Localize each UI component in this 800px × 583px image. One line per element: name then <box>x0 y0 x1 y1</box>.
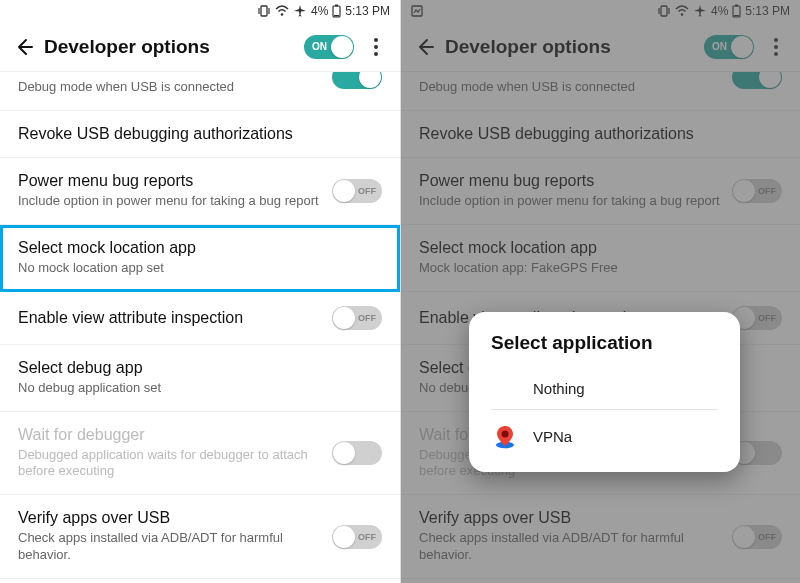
row-subtitle: Include option in power menu for taking … <box>419 193 732 210</box>
row-power-bug-reports[interactable]: Power menu bug reports Include option in… <box>401 158 800 225</box>
verify-apps-toggle[interactable]: OFF <box>332 525 382 549</box>
airplane-icon <box>693 5 707 17</box>
back-arrow-icon <box>14 37 34 57</box>
row-title: Select debug app <box>18 359 382 377</box>
row-subtitle: Debugged application waits for debugger … <box>18 447 332 481</box>
svg-rect-14 <box>734 15 739 17</box>
row-subtitle: No debug application set <box>18 380 382 397</box>
power-bug-toggle[interactable]: OFF <box>732 179 782 203</box>
toggle-knob <box>331 36 353 58</box>
svg-point-3 <box>281 13 284 16</box>
row-title <box>419 72 732 76</box>
battery-icon <box>332 4 341 18</box>
power-bug-toggle[interactable]: OFF <box>332 179 382 203</box>
row-subtitle: Check apps installed via ADB/ADT for har… <box>419 530 732 564</box>
page-title: Developer options <box>445 36 704 58</box>
row-title: Revoke USB debugging authorizations <box>18 125 382 143</box>
row-mock-location[interactable]: Select mock location app No mock locatio… <box>0 225 400 292</box>
battery-pct: 4% <box>711 4 728 18</box>
svg-rect-5 <box>335 5 338 7</box>
dialog-title: Select application <box>469 332 740 368</box>
row-title: Verify apps over USB <box>419 509 732 527</box>
header-bar: Developer options ON <box>401 22 800 72</box>
row-view-attr-inspection[interactable]: Enable view attribute inspection OFF <box>0 292 400 345</box>
overflow-menu-button[interactable] <box>360 31 392 63</box>
back-button[interactable] <box>409 31 441 63</box>
row-title: Power menu bug reports <box>18 172 332 190</box>
svg-point-16 <box>502 431 509 438</box>
row-subtitle: Mock location app: FakeGPS Free <box>419 260 782 277</box>
row-subtitle: Debug mode when USB is connected <box>18 79 332 96</box>
svg-rect-13 <box>735 5 738 7</box>
row-logger-buffer[interactable]: Logger buffer sizes 256K per log buffer <box>401 579 800 583</box>
screenshot-icon <box>411 5 423 17</box>
vibrate-icon <box>657 5 671 17</box>
option-label: Nothing <box>533 380 585 397</box>
overflow-menu-button[interactable] <box>760 31 792 63</box>
svg-rect-0 <box>261 6 267 16</box>
row-revoke-auth[interactable]: Revoke USB debugging authorizations <box>0 111 400 158</box>
map-pin-icon <box>491 422 519 450</box>
wifi-icon <box>275 5 289 17</box>
battery-icon <box>732 4 741 18</box>
row-title: Power menu bug reports <box>419 172 732 190</box>
select-application-dialog: Select application Nothing VPNa <box>469 312 740 472</box>
option-label: VPNa <box>533 428 572 445</box>
dialog-option-vpna[interactable]: VPNa <box>469 410 740 462</box>
row-title <box>18 72 332 76</box>
svg-rect-6 <box>334 15 339 17</box>
row-power-bug-reports[interactable]: Power menu bug reports Include option in… <box>0 158 400 225</box>
toggle-label: ON <box>312 41 327 52</box>
row-usb-debugging[interactable]: Debug mode when USB is connected <box>401 72 800 111</box>
phone-left: 4% 5:13 PM Developer options ON Debug mo… <box>0 0 400 583</box>
wifi-icon <box>675 5 689 17</box>
row-select-debug-app[interactable]: Select debug app No debug application se… <box>0 345 400 412</box>
toggle-knob <box>731 36 753 58</box>
svg-point-11 <box>681 13 684 16</box>
back-button[interactable] <box>8 31 40 63</box>
battery-pct: 4% <box>311 4 328 18</box>
row-mock-location[interactable]: Select mock location app Mock location a… <box>401 225 800 292</box>
row-title: Select mock location app <box>18 239 382 257</box>
row-title: Verify apps over USB <box>18 509 332 527</box>
dialog-option-nothing[interactable]: Nothing <box>469 368 740 409</box>
row-title: Wait for debugger <box>18 426 332 444</box>
row-verify-apps-usb[interactable]: Verify apps over USB Check apps installe… <box>0 495 400 579</box>
vibrate-icon <box>257 5 271 17</box>
usb-debugging-toggle[interactable] <box>332 72 382 89</box>
row-title: Select mock location app <box>419 239 782 257</box>
airplane-icon <box>293 5 307 17</box>
row-wait-debugger: Wait for debugger Debugged application w… <box>0 412 400 496</box>
page-title: Developer options <box>44 36 304 58</box>
row-usb-debugging[interactable]: Debug mode when USB is connected <box>0 72 400 111</box>
row-subtitle: Include option in power menu for taking … <box>18 193 332 210</box>
svg-rect-8 <box>661 6 667 16</box>
row-subtitle: Check apps installed via ADB/ADT for har… <box>18 530 332 564</box>
row-verify-apps-usb[interactable]: Verify apps over USB Check apps installe… <box>401 495 800 579</box>
row-title: Revoke USB debugging authorizations <box>419 125 782 143</box>
row-revoke-auth[interactable]: Revoke USB debugging authorizations <box>401 111 800 158</box>
status-bar: 4% 5:13 PM <box>401 0 800 22</box>
usb-debugging-toggle[interactable] <box>732 72 782 89</box>
master-toggle[interactable]: ON <box>304 35 354 59</box>
status-bar: 4% 5:13 PM <box>0 0 400 22</box>
wait-debugger-toggle <box>332 441 382 465</box>
clock: 5:13 PM <box>745 4 790 18</box>
toggle-label: ON <box>712 41 727 52</box>
clock: 5:13 PM <box>345 4 390 18</box>
verify-apps-toggle[interactable]: OFF <box>732 525 782 549</box>
row-subtitle: No mock location app set <box>18 260 382 277</box>
row-title: Enable view attribute inspection <box>18 309 332 327</box>
row-subtitle: Debug mode when USB is connected <box>419 79 732 96</box>
master-toggle[interactable]: ON <box>704 35 754 59</box>
back-arrow-icon <box>415 37 435 57</box>
phone-right: 4% 5:13 PM Developer options ON Debug mo… <box>400 0 800 583</box>
settings-list: Debug mode when USB is connected Revoke … <box>0 72 400 583</box>
view-attr-toggle[interactable]: OFF <box>332 306 382 330</box>
row-logger-buffer[interactable]: Logger buffer sizes 256K per log buffer <box>0 579 400 583</box>
header-bar: Developer options ON <box>0 22 400 72</box>
